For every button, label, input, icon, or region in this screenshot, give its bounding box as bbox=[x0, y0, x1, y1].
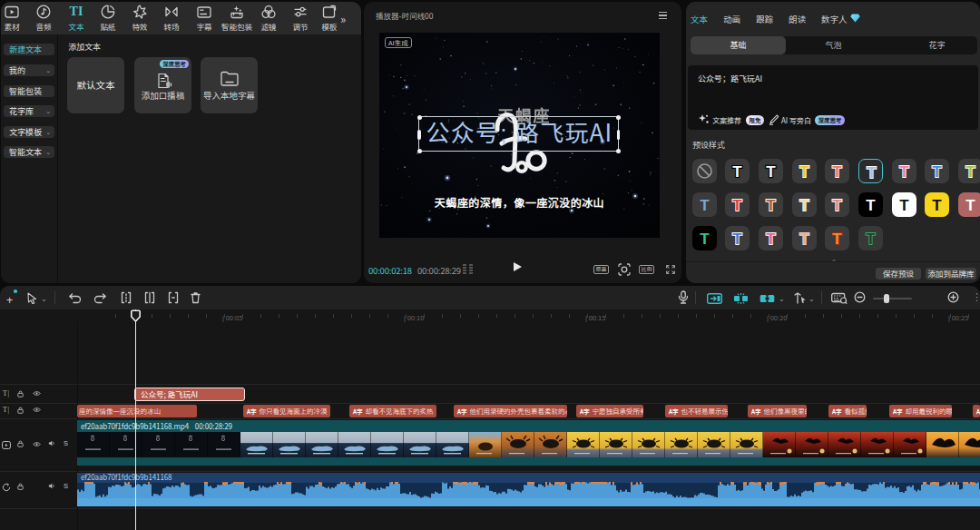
svg-text:T: T bbox=[799, 196, 809, 213]
svg-text:T: T bbox=[833, 230, 843, 247]
svg-text:T: T bbox=[732, 196, 742, 213]
svg-text:T: T bbox=[833, 196, 843, 213]
svg-text:T: T bbox=[867, 164, 877, 182]
svg-text:T: T bbox=[799, 230, 809, 247]
svg-text:T: T bbox=[700, 230, 710, 247]
svg-text:T: T bbox=[965, 163, 975, 181]
svg-text:T: T bbox=[899, 163, 909, 181]
svg-text:T: T bbox=[899, 196, 909, 213]
svg-text:T: T bbox=[833, 163, 843, 181]
svg-text:T: T bbox=[933, 163, 943, 181]
svg-text:T: T bbox=[732, 230, 742, 247]
svg-text:T: T bbox=[933, 196, 943, 213]
svg-text:T: T bbox=[766, 230, 776, 247]
svg-text:T: T bbox=[766, 163, 776, 181]
svg-text:T: T bbox=[866, 196, 876, 213]
svg-text:T: T bbox=[766, 196, 776, 213]
svg-text:T: T bbox=[799, 163, 809, 181]
svg-text:T: T bbox=[866, 230, 876, 247]
svg-text:T: T bbox=[700, 196, 710, 213]
svg-text:T: T bbox=[732, 163, 742, 181]
svg-text:T: T bbox=[965, 196, 975, 213]
